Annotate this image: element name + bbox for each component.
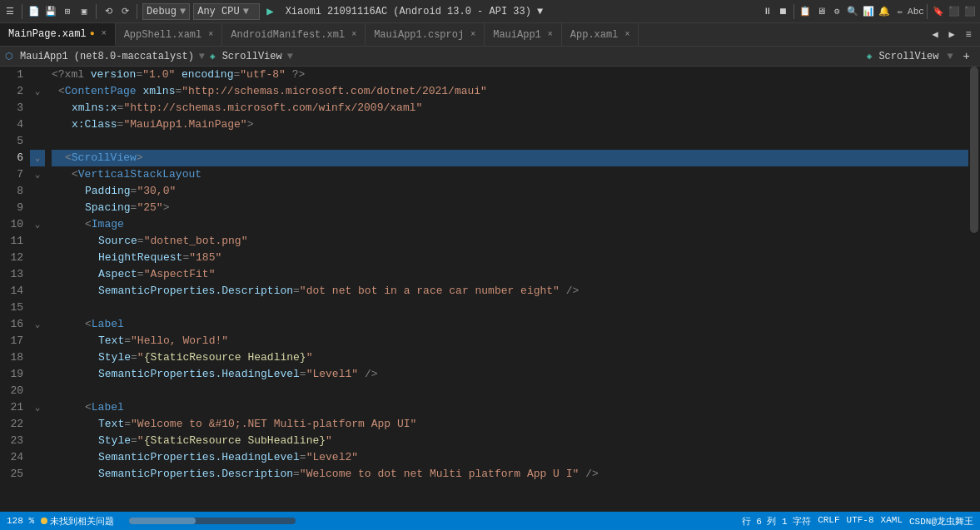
tab-list-icon[interactable]: ≡ <box>962 28 975 42</box>
fold-22[interactable] <box>30 416 45 433</box>
toolbar-icon-r13[interactable]: ⬛ <box>963 5 977 18</box>
code-editor[interactable]: <?xml version="1.0" encoding="utf-8" ?> … <box>45 67 968 512</box>
toolbar-icon-r8[interactable]: 🔔 <box>878 5 891 18</box>
tab-mauicsproj-close[interactable]: × <box>470 30 475 39</box>
tab-overflow-right[interactable]: ▶ <box>945 28 958 42</box>
fold-18[interactable] <box>30 349 45 366</box>
toolbar-icon-r6[interactable]: 🔍 <box>846 5 859 18</box>
code-line-4: x:Class="MauiApp1.MainPage"> <box>52 116 968 133</box>
fold-20[interactable] <box>30 383 45 399</box>
line-numbers: 1 2 3 4 5 6 7 8 9 10 11 12 13 14 15 16 1… <box>0 67 30 512</box>
config-dropdown[interactable]: Debug ▼ <box>142 3 190 20</box>
tab-mauicsproj[interactable]: MauiApp1.csproj × <box>366 23 485 46</box>
horizontal-thumb[interactable] <box>129 518 196 524</box>
code-line-20 <box>52 383 968 399</box>
fold-9[interactable] <box>30 200 45 216</box>
breadcrumb-scrollview2[interactable]: ScrollView <box>875 51 942 62</box>
fold-15[interactable] <box>30 300 45 316</box>
toolbar-icon-grid[interactable]: ⊞ <box>61 5 74 18</box>
toolbar-sep-r1 <box>793 4 794 19</box>
tab-overflow-left[interactable]: ◀ <box>928 28 942 42</box>
line-num-16: 16 <box>7 316 23 333</box>
fold-24[interactable] <box>30 449 45 466</box>
tab-appshell[interactable]: AppShell.xaml × <box>116 23 223 46</box>
horizontal-scrollbar[interactable] <box>129 518 296 524</box>
fold-11[interactable] <box>30 233 45 250</box>
status-zoom: 128 % <box>7 516 34 526</box>
fold-5[interactable] <box>30 133 45 150</box>
toolbar-icon-r2[interactable]: ⏹ <box>776 5 789 18</box>
fold-12[interactable] <box>30 250 45 266</box>
toolbar-icon-redo[interactable]: ⟳ <box>118 5 132 18</box>
breadcrumb-icon-left: ⬡ <box>5 51 13 62</box>
toolbar-icon-r11[interactable]: 🔖 <box>932 5 945 18</box>
tab-androidmanifest[interactable]: AndroidManifest.xml × <box>222 23 366 46</box>
tab-androidmanifest-close[interactable]: × <box>351 30 356 39</box>
toolbar-icon-newfile[interactable]: 📄 <box>27 5 41 18</box>
breadcrumb-scrollview1[interactable]: ScrollView <box>219 51 286 62</box>
breadcrumb-project[interactable]: MauiApp1 (net8.0-maccatalyst) <box>17 51 197 62</box>
tab-mainpage[interactable]: MainPage.xaml ● × <box>0 23 116 46</box>
toolbar-icon-r3[interactable]: 📋 <box>798 5 812 18</box>
toolbar-icon-r5[interactable]: ⚙ <box>830 5 843 18</box>
fold-19[interactable] <box>30 366 45 383</box>
fold-16[interactable]: ⌄ <box>30 316 45 333</box>
fold-23[interactable] <box>30 433 45 449</box>
scrollbar-thumb[interactable] <box>970 67 978 233</box>
toolbar-icon-undo[interactable]: ⟲ <box>102 5 115 18</box>
fold-1[interactable] <box>30 67 45 83</box>
fold-10[interactable]: ⌄ <box>30 216 45 233</box>
fold-21[interactable]: ⌄ <box>30 399 45 416</box>
fold-17[interactable] <box>30 333 45 349</box>
fold-13[interactable] <box>30 266 45 283</box>
add-file-button[interactable]: + <box>958 50 975 63</box>
fold-2[interactable]: ⌄ <box>30 83 45 100</box>
line-num-2: 2 <box>7 83 23 100</box>
tab-appxaml-close[interactable]: × <box>624 30 629 39</box>
code-line-21: <Label <box>52 399 968 416</box>
cpu-dropdown[interactable]: Any CPU ▼ <box>193 3 260 20</box>
toolbar-icon-box[interactable]: ▣ <box>77 5 91 18</box>
line-num-9: 9 <box>7 200 23 216</box>
toolbar-icon-save[interactable]: 💾 <box>44 5 57 18</box>
toolbar-icon-r9[interactable]: ✏ <box>893 5 907 18</box>
code-line-11: Source="dotnet_bot.png" <box>52 233 968 250</box>
breadcrumb-icon-scrollview: ◈ <box>210 51 216 62</box>
tab-appshell-close[interactable]: × <box>208 30 213 39</box>
run-button[interactable]: ▶ <box>263 4 276 18</box>
status-problems-label: 未找到相关问题 <box>50 515 114 528</box>
fold-25[interactable] <box>30 466 45 483</box>
status-problems[interactable]: 未找到相关问题 <box>41 515 114 528</box>
toolbar-icon-r10[interactable]: Abc <box>909 5 923 18</box>
status-right: 行 6 列 1 字符 CRLF UTF-8 XAML CSDN@龙虫舞王 <box>742 515 973 528</box>
code-line-13: Aspect="AspectFit" <box>52 266 968 283</box>
tab-appshell-label: AppShell.xaml <box>124 29 202 41</box>
tab-appxaml[interactable]: App.xaml × <box>562 23 639 46</box>
vertical-scrollbar[interactable] <box>968 67 980 512</box>
toolbar-icon-r1[interactable]: ⏸ <box>760 5 774 18</box>
statusbar: 128 % 未找到相关问题 行 6 列 1 字符 CRLF UTF-8 XAML… <box>0 512 980 530</box>
tab-mauiapp1-close[interactable]: × <box>548 30 553 39</box>
line-num-17: 17 <box>7 333 23 349</box>
line-num-24: 24 <box>7 449 23 466</box>
toolbar-icon-r7[interactable]: 📊 <box>862 5 875 18</box>
code-line-16: <Label <box>52 316 968 333</box>
line-num-4: 4 <box>7 116 23 133</box>
fold-8[interactable] <box>30 183 45 200</box>
status-dot <box>41 518 47 524</box>
toolbar-icon-r12[interactable]: ⬛ <box>948 5 961 18</box>
fold-7[interactable]: ⌄ <box>30 166 45 183</box>
fold-4[interactable] <box>30 116 45 133</box>
toolbar-sep-2 <box>96 4 97 19</box>
fold-14[interactable] <box>30 283 45 300</box>
fold-6[interactable]: ⌄ <box>30 150 45 166</box>
toolbar: ☰ 📄 💾 ⊞ ▣ ⟲ ⟳ Debug ▼ Any CPU ▼ ▶ Xiaomi… <box>0 0 980 23</box>
tab-mauiapp1[interactable]: MauiApp1 × <box>485 23 562 46</box>
code-line-9: Spacing="25"> <box>52 200 968 216</box>
device-label[interactable]: Xiaomi 21091116AC (Android 13.0 - API 33… <box>281 6 549 17</box>
toolbar-icon-menu[interactable]: ☰ <box>3 5 17 18</box>
toolbar-icon-r4[interactable]: 🖥 <box>814 5 828 18</box>
tab-mainpage-close[interactable]: × <box>102 29 107 38</box>
fold-3[interactable] <box>30 100 45 116</box>
editor-area: 1 2 3 4 5 6 7 8 9 10 11 12 13 14 15 16 1… <box>0 67 980 512</box>
